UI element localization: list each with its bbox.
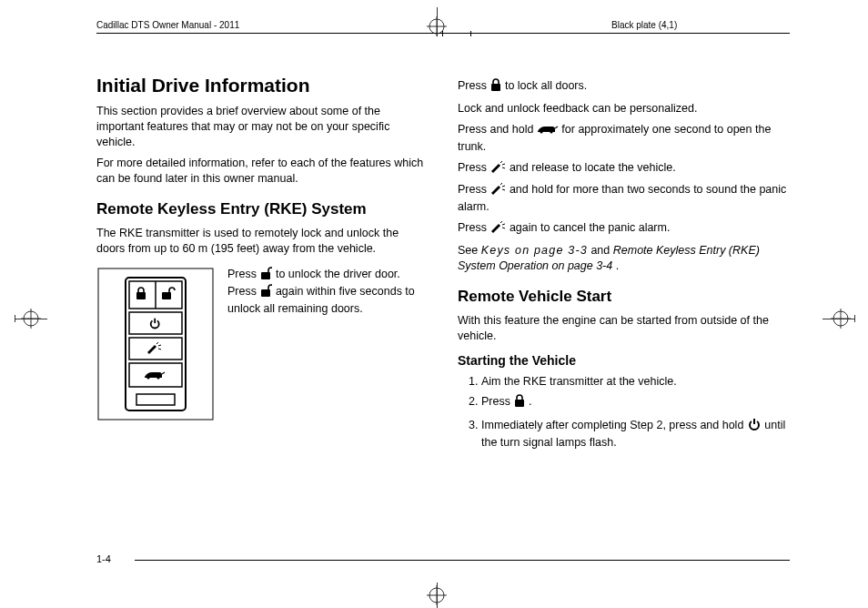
body-text: With this feature the engine can be star… bbox=[458, 313, 790, 344]
list-item: Press . bbox=[481, 394, 790, 411]
unlock-icon bbox=[259, 267, 272, 284]
body-text: For more detailed information, refer to … bbox=[96, 156, 429, 187]
body-text: See Keys on page 3‑3 and Remote Keyless … bbox=[458, 243, 790, 274]
horn-icon bbox=[490, 160, 506, 177]
svg-rect-15 bbox=[136, 394, 175, 405]
crop-line bbox=[854, 315, 855, 322]
lock-icon bbox=[513, 394, 525, 411]
text-run: Press bbox=[227, 268, 259, 280]
body-text: Press and hold for approximately one sec… bbox=[458, 122, 790, 155]
crop-line bbox=[823, 319, 855, 319]
crop-line bbox=[437, 7, 438, 36]
heading-initial-drive: Initial Drive Information bbox=[96, 73, 429, 98]
crop-line bbox=[15, 315, 15, 322]
rke-transmitter-figure bbox=[96, 267, 215, 421]
body-text: The RKE transmitter is used to remotely … bbox=[96, 226, 429, 257]
body-text: Lock and unlock feedback can be personal… bbox=[458, 101, 790, 117]
cross-ref: Keys on page 3‑3 bbox=[481, 244, 588, 257]
text-run: and bbox=[590, 244, 612, 257]
text-run: again to cancel the panic alarm. bbox=[510, 221, 671, 234]
text-run: . bbox=[616, 259, 619, 272]
text-run: Press bbox=[481, 395, 513, 408]
body-text: Press to unlock the driver door. Press a… bbox=[227, 267, 429, 317]
body-text: This section provides a brief overview a… bbox=[96, 104, 429, 150]
ordered-list: Aim the RKE transmitter at the vehicle. … bbox=[458, 374, 790, 451]
text-run: Press bbox=[458, 161, 490, 174]
text-run: and release to locate the vehicle. bbox=[510, 161, 676, 174]
left-column: Initial Drive Information This section p… bbox=[96, 73, 429, 455]
heading-starting-vehicle: Starting the Vehicle bbox=[458, 352, 790, 370]
crop-line bbox=[15, 319, 47, 319]
unlock-icon bbox=[259, 284, 272, 301]
remote-start-icon bbox=[747, 416, 762, 435]
text-run: to lock all doors. bbox=[505, 79, 587, 92]
svg-rect-13 bbox=[129, 338, 182, 360]
list-item: Immediately after completing Step 2, pre… bbox=[481, 416, 790, 451]
text-run: Press bbox=[458, 79, 490, 92]
text-run: Immediately after completing Step 2, pre… bbox=[481, 419, 747, 431]
text-run: Press and hold bbox=[458, 123, 537, 136]
text-run: . bbox=[529, 395, 531, 408]
heading-remote-start: Remote Vehicle Start bbox=[458, 287, 790, 308]
trunk-icon bbox=[537, 123, 559, 139]
horn-icon bbox=[490, 220, 506, 238]
text-run: Press bbox=[458, 221, 490, 234]
body-text: Press and release to locate the vehicle. bbox=[458, 160, 790, 177]
body-text: Press and hold for more than two seconds… bbox=[458, 182, 790, 215]
heading-rke: Remote Keyless Entry (RKE) System bbox=[96, 199, 429, 220]
horn-icon bbox=[490, 182, 506, 199]
lock-icon bbox=[490, 78, 501, 96]
right-column: Press to lock all doors. Lock and unlock… bbox=[458, 73, 790, 455]
text-run: See bbox=[458, 244, 481, 257]
crop-line bbox=[437, 583, 438, 608]
page-number: 1-4 bbox=[96, 553, 111, 564]
text-run: Press bbox=[458, 183, 490, 196]
footer-rule bbox=[135, 560, 790, 561]
header-left: Cadillac DTS Owner Manual - 2011 bbox=[96, 20, 239, 30]
header-right: Black plate (4,1) bbox=[611, 20, 677, 30]
list-item: Aim the RKE transmitter at the vehicle. bbox=[481, 374, 790, 390]
body-text: Press again to cancel the panic alarm. bbox=[458, 220, 790, 238]
body-text: Press to lock all doors. bbox=[458, 78, 790, 96]
text-run: and hold for more than two seconds to so… bbox=[458, 183, 786, 213]
